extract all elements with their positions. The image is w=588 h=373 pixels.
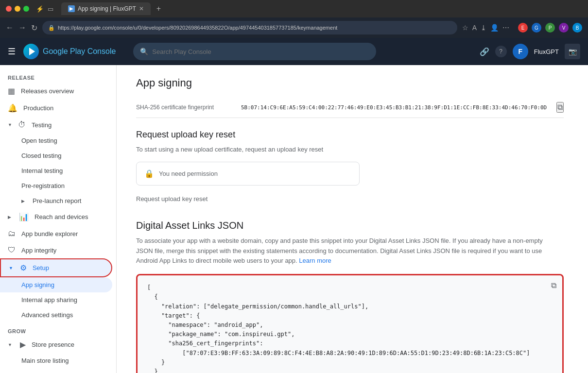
logo-text-colored: Console	[87, 47, 116, 55]
sidebar-label-internal-sharing: Internal app sharing	[21, 296, 77, 304]
profile-icon[interactable]: 👤	[490, 24, 499, 32]
new-tab-button[interactable]: +	[156, 4, 161, 13]
testing-expand-arrow: ▼	[8, 122, 12, 127]
browser-tab[interactable]: ▶ App signing | FluxGPT ✕	[61, 2, 151, 15]
sidebar-label-main-listing: Main store listing	[21, 357, 69, 364]
ext-icon-1[interactable]: E	[518, 23, 528, 33]
sha-label: SHA-256 certificate fingerprint	[136, 104, 233, 111]
upload-reset-heading: Request upload key reset	[136, 130, 564, 140]
sidebar-item-releases-overview[interactable]: ▦ Releases overview	[0, 83, 112, 100]
reach-expand-arrow: ▶	[8, 215, 11, 220]
sidebar-label-pre-launch: Pre-launch report	[33, 197, 81, 204]
back-button[interactable]: ←	[6, 23, 14, 32]
bundle-icon: 🗂	[8, 229, 16, 238]
sidebar-label-internal-testing: Internal testing	[21, 167, 63, 174]
sidebar-label-pre-registration: Pre-registration	[21, 182, 65, 189]
sidebar-item-main-listing[interactable]: Main store listing	[0, 353, 112, 368]
store-presence-icon: ▶	[20, 340, 26, 349]
url-bar[interactable]: 🔒 https://play.google.com/console/u/0/de…	[42, 21, 457, 34]
learn-more-link[interactable]: Learn more	[299, 257, 331, 264]
more-icon[interactable]: ⋯	[502, 24, 509, 32]
ext-icon-4[interactable]: V	[559, 23, 569, 33]
search-icon: 🔍	[140, 48, 148, 55]
sidebar-label-setup: Setup	[33, 264, 49, 271]
maximize-dot[interactable]	[23, 6, 29, 12]
sidebar-item-setup[interactable]: ▼ ⚙ Setup	[0, 258, 112, 277]
production-icon: 🔔	[8, 103, 17, 113]
avatar[interactable]: F	[513, 44, 528, 59]
forward-button[interactable]: →	[18, 23, 26, 32]
sidebar-label-integrity: App integrity	[21, 247, 56, 254]
header-right: 🔗 ? F FluxGPT 📷	[480, 44, 580, 59]
sidebar-item-internal-testing[interactable]: Internal testing	[0, 163, 112, 178]
minimize-dot[interactable]	[15, 6, 20, 12]
logo-area: Google Play Console	[23, 44, 116, 59]
sidebar-label-reach: Reach and devices	[35, 213, 88, 220]
avatar-initial: F	[518, 48, 522, 55]
pre-launch-expand-arrow: ▶	[21, 199, 25, 203]
sidebar-label-production: Production	[23, 104, 53, 112]
sha-value: 5B:07:14:C9:6E:A5:59:C4:00:22:77:46:49:E…	[241, 104, 549, 111]
tab-close-button[interactable]: ✕	[139, 5, 144, 12]
extension-icons: E G P V B	[518, 23, 582, 33]
code-copy-button[interactable]: ⧉	[551, 281, 556, 290]
search-bar[interactable]: 🔍	[133, 43, 376, 60]
ext-icon-2[interactable]: G	[532, 23, 541, 33]
refresh-button[interactable]: ↻	[31, 23, 37, 33]
sidebar-label-bundle: App bundle explorer	[21, 230, 78, 237]
play-store-logo	[23, 44, 39, 59]
content-inner: App signing SHA-256 certificate fingerpr…	[117, 65, 583, 373]
ext-icon-5[interactable]: B	[572, 23, 582, 33]
translate-icon[interactable]: A	[472, 24, 477, 32]
ext-icon-3[interactable]: P	[545, 23, 555, 33]
sha-copy-button[interactable]: ⧉	[556, 102, 564, 113]
camera-icon[interactable]: 📷	[565, 44, 580, 59]
integrity-icon: 🛡	[8, 246, 16, 254]
sidebar-item-custom-listings[interactable]: Custom store listings	[0, 368, 112, 373]
hamburger-menu[interactable]: ☰	[8, 46, 16, 57]
sha-row: SHA-256 certificate fingerprint 5B:07:14…	[136, 97, 564, 118]
permission-text: You need permission	[159, 170, 218, 177]
sidebar-item-app-integrity[interactable]: 🛡 App integrity	[0, 242, 112, 258]
download-icon[interactable]: ⤓	[481, 24, 486, 32]
sidebar-label-open-testing: Open testing	[21, 137, 57, 144]
logo-text-normal: Google Play	[43, 47, 85, 55]
close-dot[interactable]	[6, 6, 12, 12]
sidebar-item-app-signing[interactable]: App signing	[0, 277, 112, 292]
sidebar-item-store-presence[interactable]: ▼ ▶ Store presence	[0, 336, 112, 353]
sidebar-item-testing[interactable]: ▼ ⏱ Testing	[0, 117, 112, 133]
tab-title: App signing | FluxGPT	[78, 5, 136, 12]
help-icon[interactable]: ?	[495, 46, 507, 57]
sidebar-item-closed-testing[interactable]: Closed testing	[0, 148, 112, 163]
link-icon[interactable]: 🔗	[480, 47, 489, 56]
page-title: App signing	[136, 77, 564, 89]
app-header: ☰ Google Play Console 🔍 🔗	[0, 38, 588, 65]
upload-reset-desc: To start using a new upload certificate,…	[136, 145, 554, 155]
sidebar-item-open-testing[interactable]: Open testing	[0, 133, 112, 148]
dal-desc: To associate your app with a website dom…	[136, 236, 554, 266]
sidebar: Release ▦ Releases overview 🔔 Production…	[0, 65, 117, 373]
sidebar-item-internal-sharing[interactable]: Internal app sharing	[0, 292, 112, 307]
store-presence-expand-arrow: ▼	[8, 342, 12, 347]
sidebar-item-production[interactable]: 🔔 Production	[0, 100, 112, 117]
request-upload-key-reset-link[interactable]: Request upload key reset	[136, 191, 208, 206]
sidebar-label-store-presence: Store presence	[32, 341, 74, 348]
dal-desc-text: To associate your app with a website dom…	[136, 237, 543, 265]
sidebar-label-app-signing: App signing	[21, 281, 54, 288]
browser-chrome: ⚡ ▭ ▶ App signing | FluxGPT ✕ +	[0, 0, 588, 17]
sidebar-item-pre-launch[interactable]: ▶ Pre-launch report	[0, 193, 112, 208]
code-block: ⧉ [ { "relation": ["delegate_permission/…	[136, 274, 564, 373]
sidebar-label-testing: Testing	[32, 121, 52, 129]
releases-overview-icon: ▦	[8, 86, 15, 96]
sidebar-item-app-bundle[interactable]: 🗂 App bundle explorer	[0, 225, 112, 242]
reach-icon: 📊	[19, 212, 29, 221]
sidebar-label-advanced-settings: Advanced settings	[21, 311, 73, 319]
search-input[interactable]	[152, 48, 369, 55]
sidebar-label-closed-testing: Closed testing	[21, 152, 61, 159]
sidebar-item-pre-registration[interactable]: Pre-registration	[0, 178, 112, 193]
sidebar-item-reach-devices[interactable]: ▶ 📊 Reach and devices	[0, 208, 112, 225]
sidebar-item-advanced-settings[interactable]: Advanced settings	[0, 307, 112, 322]
lock-icon: 🔒	[48, 25, 55, 31]
bookmark-icon[interactable]: ☆	[462, 24, 468, 32]
browser-icon-back: ⚡	[36, 5, 44, 13]
